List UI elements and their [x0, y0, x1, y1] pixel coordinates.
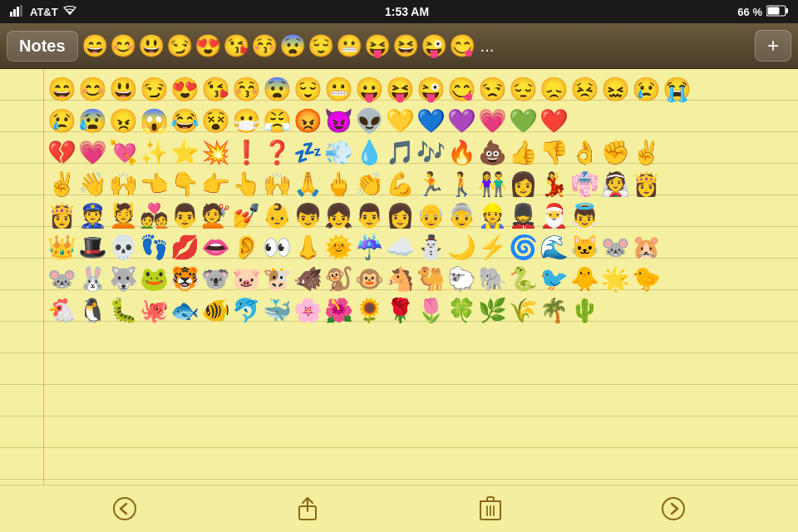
emoji[interactable]: 👧 — [323, 204, 353, 228]
emoji[interactable]: 👀 — [262, 236, 292, 259]
emoji[interactable]: 💩 — [477, 141, 507, 165]
emoji[interactable]: 👋 — [77, 173, 107, 196]
emoji[interactable]: 👂 — [231, 236, 261, 259]
nav-emoji-more[interactable]: ... — [480, 37, 495, 56]
emoji[interactable]: 😏 — [139, 78, 169, 101]
emoji[interactable]: 👃 — [293, 236, 323, 259]
emoji[interactable]: 🐱 — [569, 236, 599, 259]
emoji[interactable]: ✊ — [600, 141, 630, 165]
emoji[interactable]: 🌞 — [323, 236, 353, 259]
emoji[interactable]: 💜 — [446, 110, 476, 133]
emoji[interactable]: 👸 — [631, 173, 661, 196]
emoji[interactable]: 👍 — [508, 141, 538, 165]
emoji[interactable]: 💔 — [47, 141, 76, 165]
emoji[interactable]: 👼 — [569, 204, 599, 228]
emoji[interactable]: 💤 — [293, 141, 323, 165]
emoji[interactable]: 😊 — [77, 78, 107, 101]
nav-emoji-9[interactable]: 😌 — [308, 33, 334, 59]
emoji[interactable]: 👰 — [600, 173, 630, 196]
emoji[interactable]: 🐬 — [231, 299, 261, 323]
emoji[interactable]: 💆 — [108, 204, 138, 228]
emoji[interactable]: 👩 — [385, 204, 415, 228]
emoji[interactable]: 👇 — [170, 173, 200, 196]
emoji[interactable]: 🐑 — [446, 268, 476, 291]
emoji[interactable]: 👸 — [47, 204, 76, 228]
emoji[interactable]: 💥 — [200, 141, 230, 165]
emoji[interactable]: 💃 — [539, 173, 569, 196]
emoji[interactable]: 🌷 — [416, 299, 446, 323]
emoji[interactable]: 😂 — [170, 110, 200, 133]
nav-emoji-1[interactable]: 😄 — [81, 33, 108, 59]
emoji[interactable]: 🐹 — [631, 236, 661, 259]
emoji[interactable]: 👑 — [47, 236, 76, 259]
emoji[interactable]: 👷 — [477, 204, 507, 228]
emoji[interactable]: ✨ — [139, 141, 169, 165]
emoji[interactable]: 💗 — [77, 141, 107, 165]
emoji[interactable]: 🎅 — [539, 204, 569, 228]
emoji[interactable]: 👌 — [569, 141, 599, 165]
emoji[interactable]: 🌿 — [477, 299, 507, 323]
emoji[interactable]: 😍 — [170, 78, 200, 101]
notes-button[interactable]: Notes — [7, 31, 78, 62]
emoji[interactable]: 🎩 — [77, 236, 107, 259]
emoji[interactable]: 🌻 — [354, 299, 384, 323]
emoji[interactable]: ☁️ — [385, 236, 415, 259]
emoji[interactable]: 🐳 — [262, 299, 292, 323]
nav-emoji-10[interactable]: 😬 — [336, 33, 362, 59]
emoji[interactable]: 😠 — [108, 110, 138, 133]
emoji[interactable]: 👈 — [139, 173, 169, 196]
emoji[interactable]: 😞 — [539, 78, 569, 101]
emoji[interactable]: 💇 — [200, 204, 230, 228]
emoji[interactable]: 👶 — [262, 204, 292, 228]
emoji[interactable]: 💙 — [416, 110, 446, 133]
nav-emoji-11[interactable]: 😝 — [364, 33, 391, 59]
emoji[interactable]: 🔥 — [446, 141, 476, 165]
emoji[interactable]: 🐧 — [77, 299, 107, 323]
emoji[interactable]: 🌾 — [508, 299, 538, 323]
emoji[interactable]: ✌️ — [47, 173, 76, 196]
emoji[interactable]: 🐟 — [170, 299, 200, 323]
emoji[interactable]: 😭 — [662, 78, 692, 101]
emoji[interactable]: 👣 — [139, 236, 169, 259]
emoji[interactable]: 🙏 — [293, 173, 323, 196]
emoji[interactable]: 🐫 — [416, 268, 446, 291]
add-button[interactable]: + — [755, 30, 791, 62]
emoji[interactable]: 🐒 — [323, 268, 353, 291]
emoji[interactable]: 🐸 — [139, 268, 169, 291]
emoji[interactable]: 👵 — [446, 204, 476, 228]
emoji[interactable]: 🌸 — [293, 299, 323, 323]
emoji[interactable]: ❓ — [262, 141, 292, 165]
nav-emoji-6[interactable]: 😘 — [223, 33, 249, 59]
emoji[interactable]: 👦 — [293, 204, 323, 228]
emoji[interactable]: 💘 — [108, 141, 138, 165]
emoji[interactable]: 🌟 — [600, 268, 630, 291]
emoji[interactable]: 🌙 — [446, 236, 476, 259]
emoji[interactable]: 🐷 — [231, 268, 261, 291]
emoji[interactable]: 😘 — [200, 78, 230, 101]
emoji[interactable]: 👴 — [416, 204, 446, 228]
emoji[interactable]: 👩 — [508, 173, 538, 196]
emoji[interactable]: 👮 — [77, 204, 107, 228]
emoji[interactable]: 😚 — [231, 78, 261, 101]
back-button[interactable] — [106, 490, 143, 527]
nav-emoji-7[interactable]: 😚 — [251, 33, 278, 59]
emoji[interactable]: 🌺 — [323, 299, 353, 323]
emoji[interactable]: 👄 — [200, 236, 230, 259]
emoji[interactable]: 💂 — [508, 204, 538, 228]
emoji[interactable]: 😢 — [631, 78, 661, 101]
emoji[interactable]: 💛 — [385, 110, 415, 133]
emoji[interactable]: 😈 — [323, 110, 353, 133]
emoji[interactable]: 💑 — [139, 204, 169, 228]
emoji[interactable]: 🌀 — [508, 236, 538, 259]
emoji[interactable]: 😱 — [139, 110, 169, 133]
emoji[interactable]: 🌴 — [539, 299, 569, 323]
emoji[interactable]: 😃 — [108, 78, 138, 101]
emoji[interactable]: 👨 — [170, 204, 200, 228]
emoji[interactable]: 😷 — [231, 110, 261, 133]
emoji[interactable]: 😵 — [200, 110, 230, 133]
emoji[interactable]: 🎵 — [385, 141, 415, 165]
emoji[interactable]: 🙌 — [262, 173, 292, 196]
emoji[interactable]: 🐯 — [170, 268, 200, 291]
nav-emoji-4[interactable]: 😏 — [166, 33, 193, 59]
emoji[interactable]: 🐴 — [385, 268, 415, 291]
